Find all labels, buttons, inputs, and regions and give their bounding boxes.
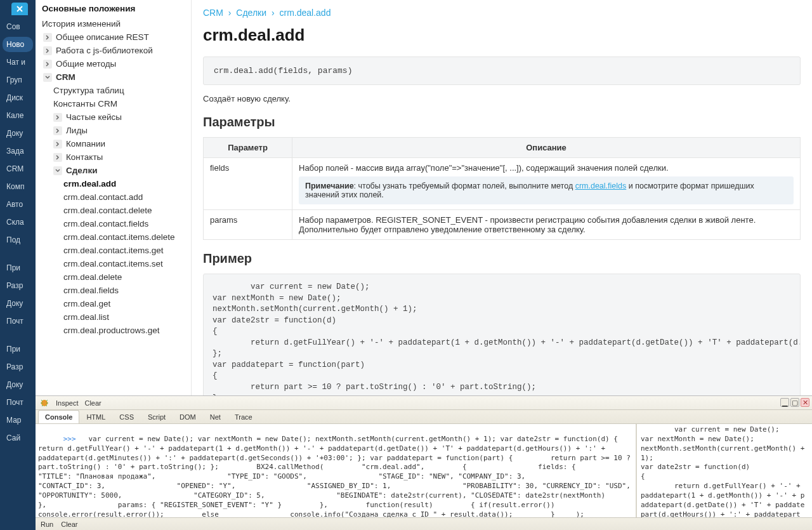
left-nav-item[interactable]: CRM	[0, 160, 36, 178]
devtools-tab-trace[interactable]: Trace	[228, 410, 259, 423]
note-link[interactable]: crm.deal.fields	[575, 182, 627, 190]
left-nav-item[interactable]: Разр	[0, 358, 36, 376]
inspect-button[interactable]: Inspect	[56, 399, 78, 407]
sidebar-item[interactable]: crm.deal.contact.fields	[36, 217, 191, 230]
devtools-tab-script[interactable]: Script	[141, 410, 173, 423]
sidebar-heading[interactable]: Основные положения	[36, 0, 191, 17]
main-content: CRM › Сделки › crm.deal.add crm.deal.add…	[192, 0, 812, 395]
left-nav-item[interactable]: Мар	[0, 411, 36, 429]
note: Примечание: чтобы узнать требуемый форма…	[299, 176, 794, 204]
left-nav-item[interactable]: Доку	[0, 295, 36, 312]
devtools-bottom-bar: Run Clear	[36, 517, 812, 530]
clear-button[interactable]: Clear	[84, 399, 101, 407]
sidebar-item[interactable]: crm.deal.add	[36, 177, 191, 190]
sidebar-item[interactable]: crm.deal.delete	[36, 270, 191, 284]
example-heading: Пример	[203, 251, 801, 266]
chevron-right-icon[interactable]	[53, 140, 62, 149]
sidebar-section[interactable]: Лиды	[36, 124, 191, 137]
left-nav-item[interactable]: Диск	[0, 89, 36, 107]
sidebar-item[interactable]: Структура таблиц	[36, 84, 191, 97]
left-nav-item[interactable]: При	[0, 259, 36, 277]
left-nav-item[interactable]: Чат и	[0, 53, 36, 71]
left-nav-item[interactable]: Кале	[0, 107, 36, 124]
breadcrumb: CRM › Сделки › crm.deal.add	[203, 6, 801, 23]
left-nav-item[interactable]: Под	[0, 231, 36, 249]
sidebar-section[interactable]: Сделки	[36, 164, 191, 177]
sidebar-section[interactable]: Общее описание REST	[36, 30, 191, 44]
sidebar-item[interactable]: crm.deal.contact.add	[36, 190, 191, 204]
devtools-tab-console[interactable]: Console	[38, 410, 79, 423]
console-input-echo: var current = new Date(); var nextMonth …	[38, 435, 637, 517]
sidebar-item[interactable]: crm.deal.get	[36, 297, 191, 310]
devtools-minimize-button[interactable]: ▁	[780, 398, 789, 407]
left-nav-item[interactable]: Почт	[0, 394, 36, 411]
left-nav-item[interactable]: Почт	[0, 312, 36, 330]
devtools-tab-dom[interactable]: DOM	[173, 410, 203, 423]
devtools-close-button[interactable]: ✕	[801, 398, 809, 407]
sidebar-item[interactable]: crm.deal.contact.delete	[36, 204, 191, 217]
chevron-down-icon[interactable]	[53, 166, 62, 175]
sidebar-section[interactable]: Частые кейсы	[36, 110, 191, 124]
sidebar-item[interactable]: crm.deal.contact.items.get	[36, 244, 191, 257]
devtools-side-panel[interactable]: var current = new Date(); var nextMonth …	[637, 424, 812, 517]
page-title: crm.deal.add	[203, 25, 801, 45]
param-desc: Набор параметров. REGISTER_SONET_EVENT -…	[292, 210, 801, 240]
devtools-toolbar: Inspect Clear ▁ ▢ ✕	[36, 396, 812, 410]
sidebar-item[interactable]: crm.deal.contact.items.delete	[36, 230, 191, 244]
sidebar-section[interactable]: Контакты	[36, 150, 191, 164]
breadcrumb-crm[interactable]: CRM	[203, 8, 223, 18]
sidebar-item[interactable]: crm.deal.productrows.get	[36, 324, 191, 337]
devtools-tab-net[interactable]: Net	[203, 410, 228, 423]
sidebar-item[interactable]: crm.deal.contact.items.set	[36, 257, 191, 270]
left-nav-item[interactable]: Доку	[0, 376, 36, 394]
left-nav-item[interactable]: Скла	[0, 213, 36, 231]
left-nav-item[interactable]: Груп	[0, 71, 36, 89]
sidebar-item[interactable]: crm.deal.list	[36, 310, 191, 324]
devtools-console[interactable]: >>> var current = new Date(); var nextMo…	[36, 424, 637, 517]
left-nav-item	[0, 330, 36, 340]
method-signature: crm.deal.add(fields, params)	[203, 56, 801, 85]
chevron-down-icon[interactable]	[43, 73, 52, 82]
left-nav-item[interactable]: Разр	[0, 277, 36, 295]
run-button[interactable]: Run	[41, 520, 53, 528]
sidebar-section[interactable]: CRM	[36, 70, 191, 84]
devtools-panel: Inspect Clear ▁ ▢ ✕ ConsoleHTMLCSSScript…	[36, 395, 812, 530]
firebug-icon[interactable]	[39, 398, 49, 408]
left-nav-item[interactable]: Доку	[0, 124, 36, 142]
breadcrumb-deals[interactable]: Сделки	[236, 8, 266, 18]
chevron-right-icon[interactable]	[43, 60, 52, 69]
param-name: fields	[204, 158, 292, 210]
devtools-tab-css[interactable]: CSS	[112, 410, 141, 423]
chevron-right-icon[interactable]	[53, 126, 62, 135]
devtools-tab-html[interactable]: HTML	[79, 410, 112, 423]
left-nav-item[interactable]: Ново	[3, 37, 33, 52]
params-table: Параметр Описание fieldsНабор полей - ма…	[203, 137, 801, 240]
breadcrumb-sep: ›	[269, 8, 277, 18]
left-nav-item[interactable]: Комп	[0, 178, 36, 195]
clear-bottom-button[interactable]: Clear	[61, 520, 77, 528]
devtools-popout-button[interactable]: ▢	[790, 398, 799, 407]
doc-sidebar: Основные положения История изменений Общ…	[36, 0, 192, 395]
params-heading: Параметры	[203, 115, 801, 129]
chevron-right-icon[interactable]	[53, 113, 62, 122]
chevron-right-icon[interactable]	[43, 33, 52, 42]
close-tab-button[interactable]	[11, 3, 28, 15]
left-nav-item[interactable]: Зада	[0, 142, 36, 160]
sidebar-section[interactable]: Общие методы	[36, 57, 191, 70]
th-param: Параметр	[204, 138, 292, 158]
left-nav-item[interactable]: Сай	[0, 429, 36, 447]
sidebar-item[interactable]: Константы CRM	[36, 97, 191, 110]
param-name: params	[204, 210, 292, 240]
left-nav-item[interactable]: При	[0, 340, 36, 358]
breadcrumb-current: crm.deal.add	[280, 8, 331, 18]
chevron-right-icon[interactable]	[53, 153, 62, 162]
sidebar-item[interactable]: crm.deal.fields	[36, 284, 191, 297]
sidebar-section[interactable]: Компании	[36, 137, 191, 150]
left-nav-item[interactable]: Сов	[0, 18, 36, 36]
sidebar-section[interactable]: Работа с js-библиотекой	[36, 44, 191, 57]
param-desc: Набор полей - массив вида array("поле"=>…	[292, 158, 801, 210]
sidebar-item[interactable]: История изменений	[36, 17, 191, 30]
th-desc: Описание	[292, 138, 801, 158]
chevron-right-icon[interactable]	[43, 46, 52, 55]
left-nav-item[interactable]: Авто	[0, 195, 36, 213]
